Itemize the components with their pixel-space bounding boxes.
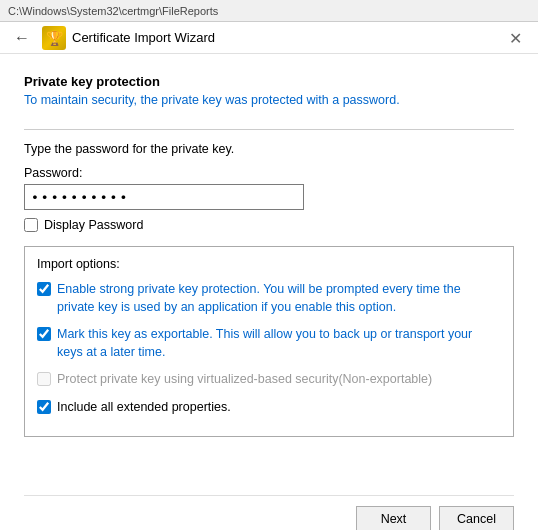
display-password-row: Display Password	[24, 218, 514, 232]
import-option-row-2: Mark this key as exportable. This will a…	[37, 326, 501, 361]
address-bar: C:\Windows\System32\certmgr\FileReports	[0, 0, 538, 22]
section-title: Private key protection	[24, 74, 514, 89]
address-path: C:\Windows\System32\certmgr\FileReports	[8, 5, 218, 17]
option2-label[interactable]: Mark this key as exportable. This will a…	[57, 326, 501, 361]
password-label: Password:	[24, 166, 514, 180]
wizard-icon: 🏆	[42, 26, 66, 50]
import-option-row-4: Include all extended properties.	[37, 399, 501, 417]
password-prompt: Type the password for the private key.	[24, 142, 514, 156]
title-bar: ← 🏆 Certificate Import Wizard ✕	[0, 22, 538, 54]
next-button[interactable]: Next	[356, 506, 431, 530]
divider	[24, 129, 514, 130]
display-password-checkbox[interactable]	[24, 218, 38, 232]
back-button[interactable]: ←	[8, 24, 36, 52]
import-options-group: Import options: Enable strong private ke…	[24, 246, 514, 437]
import-option-row-3: Protect private key using virtualized-ba…	[37, 371, 501, 389]
close-icon: ✕	[509, 29, 522, 48]
option2-checkbox[interactable]	[37, 327, 51, 341]
option3-label: Protect private key using virtualized-ba…	[57, 371, 432, 389]
password-input[interactable]	[24, 184, 304, 210]
cancel-button[interactable]: Cancel	[439, 506, 514, 530]
wizard-icon-symbol: 🏆	[46, 30, 63, 46]
section-header: Private key protection To maintain secur…	[24, 74, 514, 107]
close-button[interactable]: ✕	[492, 22, 538, 54]
import-option-row-1: Enable strong private key protection. Yo…	[37, 281, 501, 316]
option1-label[interactable]: Enable strong private key protection. Yo…	[57, 281, 501, 316]
option1-checkbox[interactable]	[37, 282, 51, 296]
option3-checkbox	[37, 372, 51, 386]
option4-checkbox[interactable]	[37, 400, 51, 414]
dialog-body: Private key protection To maintain secur…	[0, 54, 538, 530]
dialog-title: Certificate Import Wizard	[72, 30, 215, 45]
section-desc: To maintain security, the private key wa…	[24, 93, 514, 107]
button-bar: Next Cancel	[24, 495, 514, 530]
import-options-label: Import options:	[37, 257, 501, 271]
back-icon: ←	[14, 29, 30, 47]
option4-label[interactable]: Include all extended properties.	[57, 399, 231, 417]
display-password-label[interactable]: Display Password	[44, 218, 143, 232]
